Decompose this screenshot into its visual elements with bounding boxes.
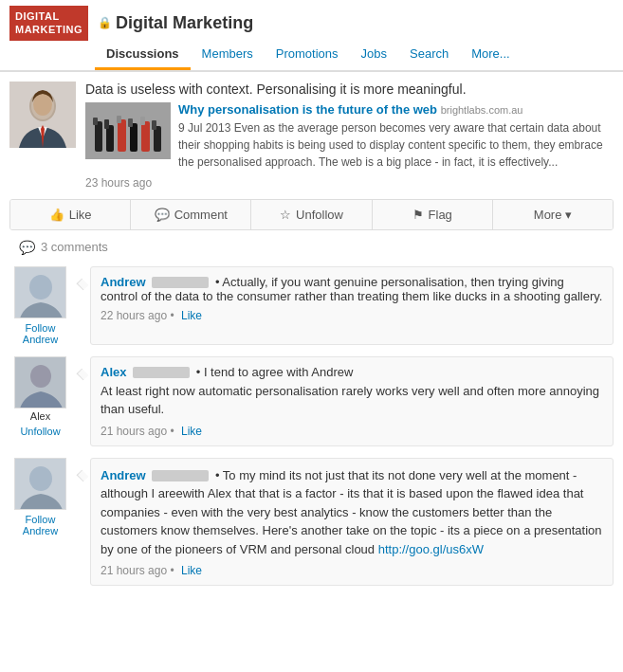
comment-2-follow[interactable]: Unfollow bbox=[20, 426, 60, 437]
post-article: Why personalisation is the future of the… bbox=[85, 102, 614, 171]
post-section: Data is useless with context. Personalis… bbox=[9, 82, 614, 190]
article-source: brightlabs.com.au bbox=[441, 104, 523, 116]
post-body: Data is useless with context. Personalis… bbox=[85, 82, 614, 190]
action-bar: 👍 Like 💬 Comment ☆ Unfollow ⚑ Flag More … bbox=[9, 199, 614, 230]
tab-members[interactable]: Members bbox=[191, 41, 265, 70]
comment-1-author-surname bbox=[152, 277, 209, 288]
more-label: More ▾ bbox=[534, 208, 572, 222]
svg-rect-7 bbox=[106, 125, 114, 152]
comment-3-header: Andrew • To my mind its not just that it… bbox=[101, 466, 603, 559]
comment-1-meta: 22 hours ago • Like bbox=[101, 309, 603, 322]
svg-rect-14 bbox=[140, 117, 145, 125]
svg-point-20 bbox=[30, 365, 51, 388]
comment-1-author[interactable]: Andrew bbox=[101, 275, 146, 289]
nav-bar: Discussions Members Promotions Jobs Sear… bbox=[0, 41, 623, 72]
comments-section: 💬 3 comments Follow Andrew Andrew bbox=[9, 240, 614, 587]
tab-jobs[interactable]: Jobs bbox=[350, 41, 398, 70]
unfollow-button[interactable]: ☆ Unfollow bbox=[251, 200, 372, 229]
svg-rect-12 bbox=[128, 118, 133, 127]
svg-rect-11 bbox=[130, 123, 137, 152]
comment-1-body: Andrew • Actually, if you want genuine p… bbox=[90, 266, 614, 345]
comment-2-avatar bbox=[14, 356, 66, 409]
tab-search[interactable]: Search bbox=[398, 41, 460, 70]
unfollow-label: Unfollow bbox=[296, 208, 343, 222]
comment-2-author[interactable]: Alex bbox=[101, 365, 126, 379]
comment-3-like[interactable]: Like bbox=[181, 564, 202, 577]
tab-discussions[interactable]: Discussions bbox=[95, 41, 191, 70]
article-thumbnail bbox=[85, 102, 171, 159]
comment-3-arrow bbox=[77, 469, 89, 481]
svg-rect-13 bbox=[141, 121, 150, 152]
comment-2-like[interactable]: Like bbox=[181, 425, 202, 438]
comment-button[interactable]: 💬 Comment bbox=[131, 200, 251, 229]
comment-2-arrow bbox=[77, 368, 89, 380]
svg-rect-9 bbox=[118, 119, 126, 152]
lock-icon: 🔒 bbox=[98, 16, 112, 29]
svg-rect-6 bbox=[93, 118, 98, 125]
article-content: Why personalisation is the future of the… bbox=[178, 102, 614, 171]
page-title: Digital Marketing bbox=[116, 13, 253, 33]
comment-3-link[interactable]: http://goo.gl/us6xW bbox=[378, 542, 484, 556]
svg-rect-8 bbox=[104, 119, 109, 129]
comment-1-header: Andrew • Actually, if you want genuine p… bbox=[101, 275, 603, 303]
comment-icon: 💬 bbox=[155, 208, 170, 222]
comment-2-name-below: Alex bbox=[30, 410, 50, 422]
comment-2-left: Alex Unfollow bbox=[9, 356, 71, 446]
comment-1: Follow Andrew Andrew • Actually, if you … bbox=[9, 266, 614, 345]
comment-3: Follow Andrew Andrew • To my mind its no… bbox=[9, 458, 614, 587]
nav-tabs: Discussions Members Promotions Jobs Sear… bbox=[95, 41, 614, 70]
post-time: 23 hours ago bbox=[85, 176, 614, 190]
comment-1-follow[interactable]: Follow Andrew bbox=[9, 322, 71, 345]
comment-1-arrow bbox=[77, 278, 89, 290]
unfollow-icon: ☆ bbox=[280, 208, 291, 222]
comment-3-follow[interactable]: Follow Andrew bbox=[9, 514, 71, 536]
flag-label: Flag bbox=[429, 208, 452, 222]
tab-promotions[interactable]: Promotions bbox=[265, 41, 350, 70]
comment-3-body: Andrew • To my mind its not just that it… bbox=[90, 458, 614, 587]
article-link[interactable]: Why personalisation is the future of the… bbox=[178, 102, 437, 117]
svg-rect-5 bbox=[95, 121, 102, 152]
comment-3-avatar bbox=[14, 458, 66, 510]
comment-1-time: 22 hours ago bbox=[101, 309, 167, 322]
comment-2-header: Alex • I tend to agree with Andrew bbox=[101, 365, 603, 379]
comment-3-left: Follow Andrew bbox=[9, 458, 71, 587]
flag-button[interactable]: ⚑ Flag bbox=[373, 200, 493, 229]
comment-3-author[interactable]: Andrew bbox=[101, 468, 146, 482]
post-author-avatar bbox=[9, 82, 76, 148]
comments-count-icon: 💬 bbox=[19, 240, 35, 255]
svg-point-18 bbox=[29, 275, 52, 300]
svg-rect-15 bbox=[154, 126, 161, 152]
article-body: 9 Jul 2013 Even as the average person be… bbox=[178, 119, 614, 171]
more-button[interactable]: More ▾ bbox=[493, 200, 613, 229]
comment-2-meta: 21 hours ago • Like bbox=[101, 425, 603, 438]
comments-header: 💬 3 comments bbox=[9, 240, 614, 255]
svg-rect-10 bbox=[117, 116, 121, 123]
site-logo: DIGITAL MARKETING bbox=[9, 6, 88, 41]
like-icon: 👍 bbox=[49, 208, 64, 222]
comment-1-left: Follow Andrew bbox=[9, 266, 71, 345]
comment-2-text: At least right now automatic personalisa… bbox=[101, 382, 603, 419]
tab-more[interactable]: More... bbox=[460, 41, 521, 70]
comment-1-like[interactable]: Like bbox=[181, 309, 202, 322]
comment-2-body: Alex • I tend to agree with Andrew At le… bbox=[90, 356, 614, 446]
comment-2-author-surname bbox=[133, 367, 190, 378]
page-header: 🔒 Digital Marketing bbox=[98, 13, 253, 33]
comment-2: Alex Unfollow Alex • I tend to agree wit… bbox=[9, 356, 614, 446]
like-label: Like bbox=[69, 208, 92, 222]
comment-2-time: 21 hours ago bbox=[101, 425, 167, 438]
comment-label: Comment bbox=[174, 208, 228, 222]
comments-count: 3 comments bbox=[41, 240, 108, 254]
comment-1-avatar bbox=[14, 266, 66, 318]
comment-3-meta: 21 hours ago • Like bbox=[101, 564, 603, 577]
post-title: Data is useless with context. Personalis… bbox=[85, 82, 614, 97]
comment-3-time: 21 hours ago bbox=[101, 564, 167, 577]
like-button[interactable]: 👍 Like bbox=[10, 200, 131, 229]
svg-rect-16 bbox=[152, 120, 156, 130]
svg-point-22 bbox=[29, 466, 52, 491]
comment-3-author-surname bbox=[152, 470, 209, 481]
main-content: Data is useless with context. Personalis… bbox=[0, 72, 623, 608]
flag-icon: ⚑ bbox=[412, 208, 424, 222]
